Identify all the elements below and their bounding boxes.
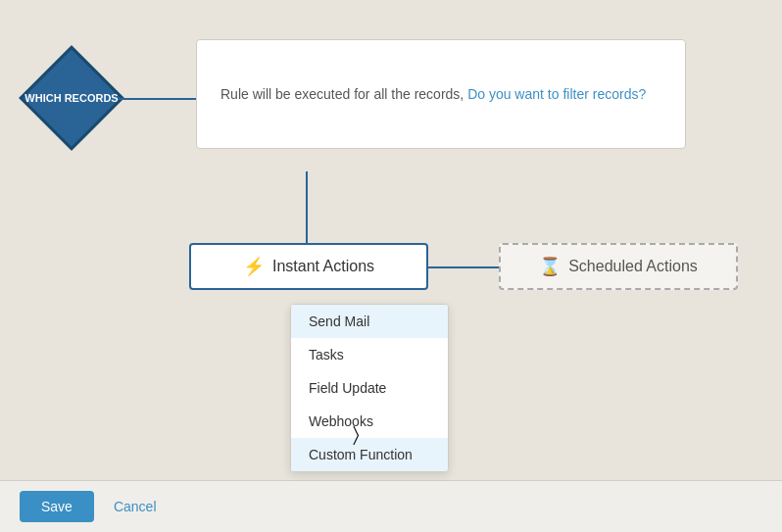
dropdown-menu: Send Mail Tasks Field Update Webhooks Cu…: [290, 304, 449, 472]
dropdown-item-custom-function[interactable]: Custom Function: [291, 438, 448, 471]
instant-actions-box[interactable]: ⚡ Instant Actions: [189, 243, 428, 290]
scheduled-actions-box[interactable]: ⌛ Scheduled Actions: [499, 243, 738, 290]
save-button[interactable]: Save: [20, 491, 94, 522]
records-card-text: Rule will be executed for all the record…: [220, 84, 646, 105]
dropdown-item-field-update[interactable]: Field Update: [291, 371, 448, 405]
records-card: Rule will be executed for all the record…: [196, 39, 686, 149]
footer: Save Cancel: [0, 480, 782, 532]
diamond-label: WHICH RECORDS: [27, 54, 116, 142]
connector-instant-to-scheduled: [428, 266, 499, 268]
main-canvas: WHICH RECORDS Rule will be executed for …: [0, 0, 782, 480]
dropdown-item-tasks[interactable]: Tasks: [291, 338, 448, 371]
hourglass-icon: ⌛: [539, 256, 561, 277]
instant-actions-label: Instant Actions: [272, 258, 374, 275]
connector-diamond-to-card: [116, 98, 196, 100]
dropdown-item-webhooks[interactable]: Webhooks: [291, 405, 448, 438]
connector-card-to-instant: [306, 171, 308, 244]
dropdown-item-send-mail[interactable]: Send Mail: [291, 305, 448, 338]
cancel-button[interactable]: Cancel: [110, 491, 161, 522]
filter-records-link[interactable]: Do you want to filter records?: [467, 86, 646, 102]
which-records-diamond[interactable]: WHICH RECORDS: [27, 54, 116, 142]
scheduled-actions-label: Scheduled Actions: [568, 258, 698, 275]
lightning-icon: ⚡: [243, 256, 265, 277]
